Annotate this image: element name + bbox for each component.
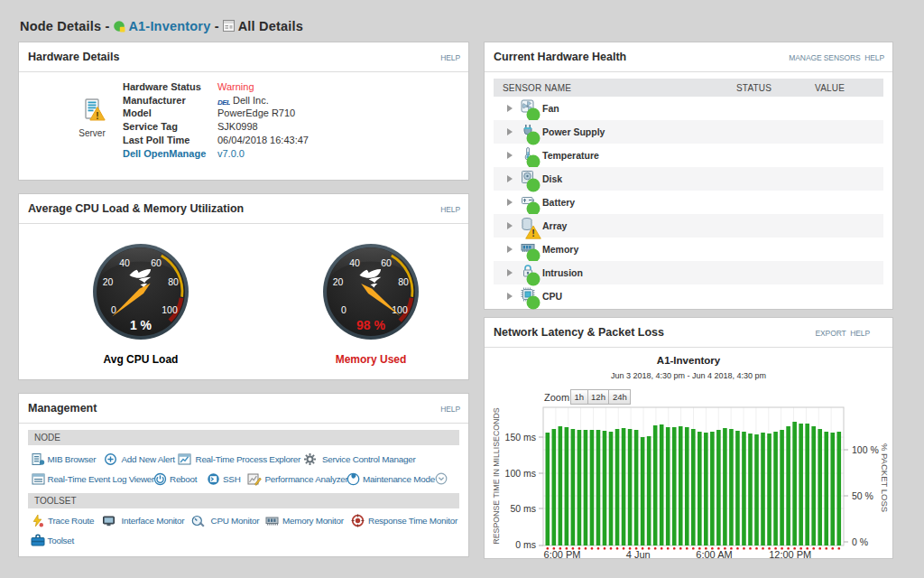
- svg-text:100: 100: [392, 304, 408, 315]
- svg-text:60: 60: [381, 257, 392, 268]
- svg-text:% PACKET LOSS: % PACKET LOSS: [880, 443, 890, 512]
- svg-text:98 %: 98 %: [356, 318, 385, 332]
- svg-text:6:00 AM: 6:00 AM: [696, 549, 732, 559]
- svg-text:100: 100: [162, 304, 178, 315]
- svg-text:0 ms: 0 ms: [515, 539, 536, 550]
- svg-text:1 %: 1 %: [130, 318, 152, 332]
- svg-text:0 %: 0 %: [852, 536, 868, 547]
- svg-text:80: 80: [398, 276, 409, 287]
- svg-text:20: 20: [103, 276, 114, 287]
- svg-text:80: 80: [168, 276, 179, 287]
- svg-text:50 ms: 50 ms: [510, 503, 536, 514]
- svg-text:12:00 PM: 12:00 PM: [769, 549, 811, 559]
- svg-text:RESPONSE TIME IN MILLISECONDS: RESPONSE TIME IN MILLISECONDS: [492, 407, 501, 545]
- svg-text:100 %: 100 %: [852, 444, 879, 455]
- svg-text:40: 40: [349, 257, 360, 268]
- svg-text:40: 40: [119, 257, 130, 268]
- svg-text:60: 60: [151, 257, 162, 268]
- svg-text:!: !: [96, 111, 98, 121]
- svg-text:150 ms: 150 ms: [505, 432, 536, 443]
- svg-text:50 %: 50 %: [852, 490, 873, 501]
- svg-text:DELL: DELL: [217, 98, 230, 105]
- svg-text:4 Jun: 4 Jun: [626, 549, 651, 559]
- svg-text:0: 0: [341, 304, 346, 315]
- svg-text:100 ms: 100 ms: [505, 468, 536, 479]
- svg-text:20: 20: [333, 276, 344, 287]
- svg-text:6:00 PM: 6:00 PM: [544, 549, 581, 559]
